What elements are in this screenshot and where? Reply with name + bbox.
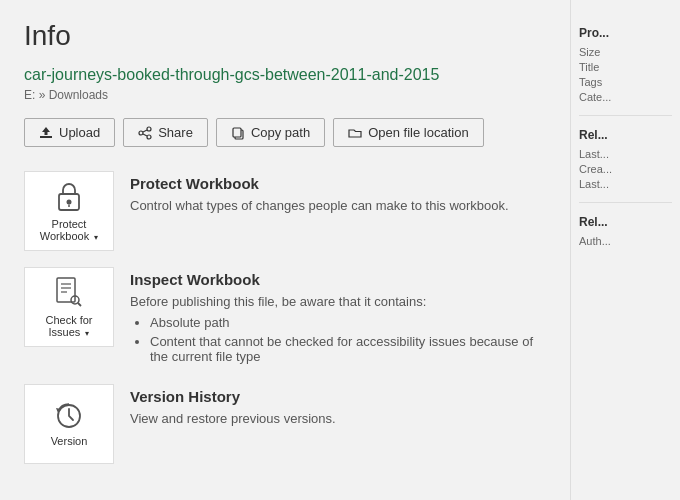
inspect-workbook-list: Absolute path Content that cannot be che… — [130, 315, 546, 364]
divider-2 — [579, 202, 672, 203]
history-icon — [54, 401, 84, 431]
upload-icon — [39, 126, 53, 140]
main-content: Info car-journeys-booked-through-gcs-bet… — [0, 0, 570, 500]
protect-workbook-title: Protect Workbook — [130, 175, 546, 192]
svg-point-4 — [139, 131, 143, 135]
check-issues-label: Check forIssues ▾ — [45, 314, 92, 338]
properties-title: Pro... — [579, 26, 672, 40]
svg-rect-8 — [233, 128, 241, 137]
svg-line-5 — [143, 130, 147, 132]
protect-workbook-label: ProtectWorkbook ▾ — [40, 218, 98, 242]
svg-marker-1 — [42, 127, 50, 135]
copy-icon — [231, 126, 245, 140]
svg-point-2 — [147, 127, 151, 131]
size-field: Size — [579, 46, 672, 58]
version-history-description: View and restore previous versions. — [130, 411, 546, 426]
protect-workbook-section: ProtectWorkbook ▾ Protect Workbook Contr… — [24, 171, 546, 251]
title-field: Title — [579, 61, 672, 73]
inspect-workbook-content: Inspect Workbook Before publishing this … — [130, 267, 546, 368]
list-item: Absolute path — [150, 315, 546, 330]
version-label: Version — [51, 435, 88, 447]
folder-icon — [348, 126, 362, 140]
page-title: Info — [24, 20, 546, 52]
svg-rect-0 — [40, 136, 52, 138]
tags-field: Tags — [579, 76, 672, 88]
inspect-workbook-title: Inspect Workbook — [130, 271, 546, 288]
version-history-button[interactable]: Version — [24, 384, 114, 464]
related-title-2: Rel... — [579, 215, 672, 229]
created-field: Crea... — [579, 163, 672, 175]
protect-workbook-description: Control what types of changes people can… — [130, 198, 546, 213]
svg-line-17 — [78, 303, 81, 306]
copy-path-button[interactable]: Copy path — [216, 118, 325, 147]
version-history-title: Version History — [130, 388, 546, 405]
toolbar: Upload Share Copy path Open file locat — [24, 118, 546, 147]
author-field: Auth... — [579, 235, 672, 247]
right-panel: Pro... Size Title Tags Cate... Rel... La… — [570, 0, 680, 500]
divider-1 — [579, 115, 672, 116]
svg-rect-12 — [57, 278, 75, 302]
file-name: car-journeys-booked-through-gcs-between-… — [24, 66, 546, 84]
related-title-1: Rel... — [579, 128, 672, 142]
svg-point-10 — [67, 200, 72, 205]
last-field-2: Last... — [579, 178, 672, 190]
lock-icon — [54, 180, 84, 214]
svg-line-6 — [143, 134, 147, 136]
protect-workbook-content: Protect Workbook Control what types of c… — [130, 171, 546, 219]
svg-point-3 — [147, 135, 151, 139]
share-button[interactable]: Share — [123, 118, 208, 147]
share-icon — [138, 126, 152, 140]
list-item: Content that cannot be checked for acces… — [150, 334, 546, 364]
version-history-section: Version Version History View and restore… — [24, 384, 546, 464]
inspect-workbook-description: Before publishing this file, be aware th… — [130, 294, 546, 309]
upload-button[interactable]: Upload — [24, 118, 115, 147]
protect-workbook-button[interactable]: ProtectWorkbook ▾ — [24, 171, 114, 251]
inspect-workbook-button[interactable]: Check forIssues ▾ — [24, 267, 114, 347]
last-field-1: Last... — [579, 148, 672, 160]
document-search-icon — [55, 276, 83, 310]
categories-field: Cate... — [579, 91, 672, 103]
breadcrumb: E: » Downloads — [24, 88, 546, 102]
version-history-content: Version History View and restore previou… — [130, 384, 546, 432]
open-file-location-button[interactable]: Open file location — [333, 118, 483, 147]
inspect-workbook-section: Check forIssues ▾ Inspect Workbook Befor… — [24, 267, 546, 368]
